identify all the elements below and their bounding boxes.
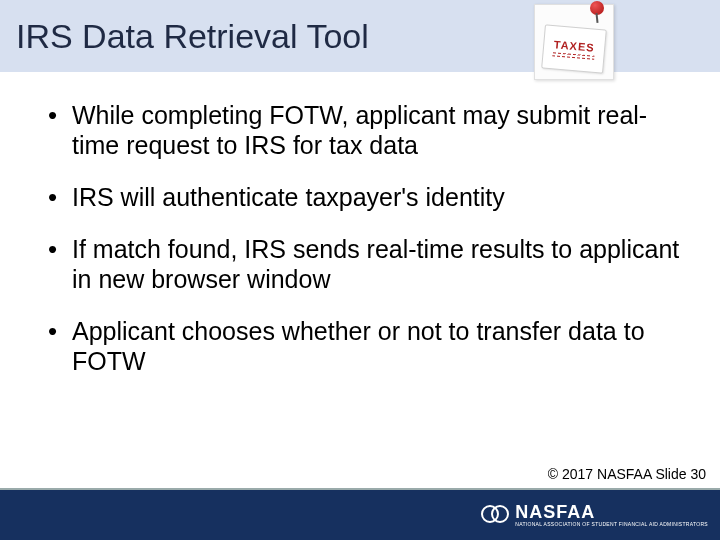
logo-subtitle: NATIONAL ASSOCIATION OF STUDENT FINANCIA… bbox=[515, 522, 708, 527]
nasfaa-logo: NASFAA NATIONAL ASSOCIATION OF STUDENT F… bbox=[481, 501, 708, 529]
footer-bar: NASFAA NATIONAL ASSOCIATION OF STUDENT F… bbox=[0, 488, 720, 540]
taxes-label: TAXES bbox=[553, 38, 595, 54]
taxes-graphic: TAXES bbox=[534, 4, 614, 80]
list-item: Applicant chooses whether or not to tran… bbox=[48, 316, 690, 376]
slide-title: IRS Data Retrieval Tool bbox=[16, 17, 369, 56]
list-item: While completing FOTW, applicant may sub… bbox=[48, 100, 690, 160]
logo-rings-icon bbox=[481, 501, 509, 529]
pushpin-icon bbox=[587, 1, 607, 21]
bullet-list: While completing FOTW, applicant may sub… bbox=[48, 100, 690, 376]
logo-name: NASFAA bbox=[515, 503, 708, 521]
title-band: IRS Data Retrieval Tool TAXES bbox=[0, 0, 720, 72]
slide-body: While completing FOTW, applicant may sub… bbox=[0, 72, 720, 376]
copyright-text: © 2017 NASFAA Slide 30 bbox=[548, 466, 706, 482]
taxes-card: TAXES bbox=[541, 24, 607, 73]
list-item: If match found, IRS sends real-time resu… bbox=[48, 234, 690, 294]
list-item: IRS will authenticate taxpayer's identit… bbox=[48, 182, 690, 212]
